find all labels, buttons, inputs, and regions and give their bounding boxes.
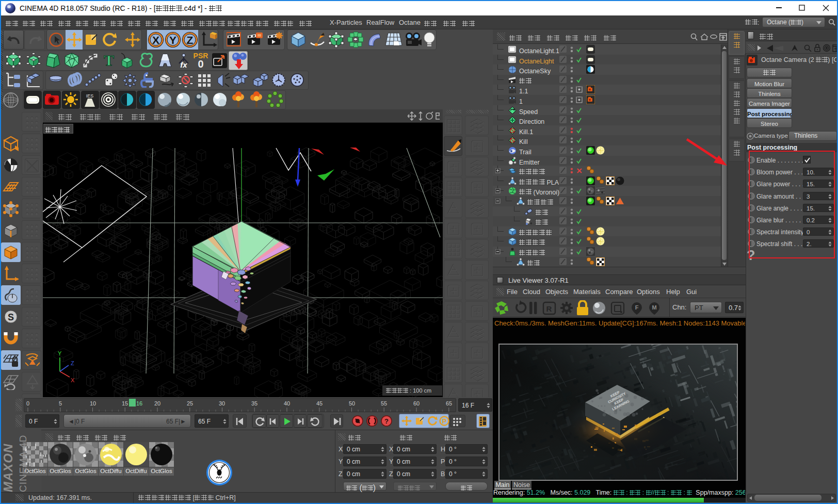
svg-text:35: 35	[251, 400, 257, 407]
svg-text:X: X	[152, 34, 159, 46]
svg-text:X: X	[71, 377, 75, 383]
svg-text:55: 55	[381, 400, 387, 407]
svg-text:65: 65	[446, 400, 452, 407]
svg-text:R: R	[546, 304, 552, 313]
svg-text:25: 25	[187, 400, 193, 407]
svg-text:45: 45	[316, 400, 323, 407]
svg-text:F: F	[635, 304, 639, 311]
svg-text:40: 40	[284, 400, 290, 407]
svg-text:?: ?	[384, 417, 389, 425]
svg-text:0: 0	[26, 400, 29, 407]
svg-text:IES: IES	[86, 93, 94, 99]
svg-text:P: P	[442, 418, 446, 425]
svg-text:T: T	[104, 52, 114, 69]
svg-text:5: 5	[59, 400, 62, 407]
svg-text:16: 16	[136, 400, 142, 407]
svg-text:Z: Z	[187, 34, 194, 46]
svg-text:30: 30	[219, 400, 225, 407]
svg-text:M: M	[652, 304, 656, 311]
svg-text:15: 15	[122, 400, 128, 407]
svg-text:20: 20	[154, 400, 160, 407]
svg-text:10: 10	[90, 400, 96, 407]
svg-text:Z: Z	[71, 360, 74, 366]
svg-text:60: 60	[413, 400, 420, 407]
svg-text:50: 50	[349, 400, 355, 407]
svg-text:S: S	[8, 312, 14, 322]
svg-text:Y: Y	[169, 34, 176, 46]
svg-text:Y: Y	[58, 350, 62, 356]
svg-text:fx: fx	[180, 60, 187, 69]
